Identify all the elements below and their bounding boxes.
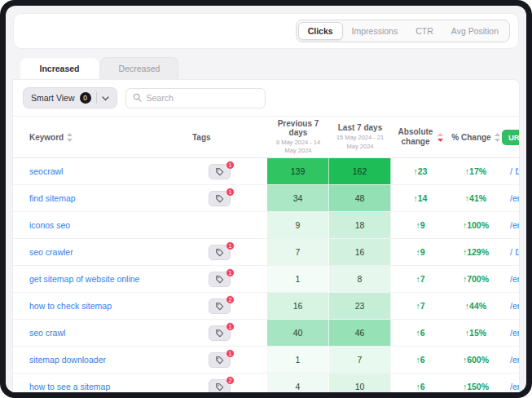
- keyword-link[interactable]: seo crawler: [13, 239, 192, 265]
- tag-pill[interactable]: 1: [209, 164, 231, 179]
- tags-cell: 1: [192, 239, 267, 265]
- search-box[interactable]: [125, 88, 266, 108]
- url-text: /en: [510, 328, 519, 338]
- tab-decreased[interactable]: Decreased: [100, 57, 178, 79]
- url-link[interactable]: /en: [502, 320, 519, 346]
- pct-change: ↑44%: [450, 293, 502, 319]
- abs-change: ↑6: [391, 320, 450, 346]
- abs-change: ↑7: [391, 293, 450, 319]
- last-cell: 48: [329, 185, 391, 211]
- prev-cell: 1: [267, 347, 329, 373]
- tab-increased[interactable]: Increased: [20, 58, 99, 79]
- metric-tab-ctr[interactable]: CTR: [407, 23, 442, 39]
- url-text: /: [510, 247, 512, 257]
- header-absolute-change[interactable]: Absolute change: [391, 127, 450, 147]
- keyword-link[interactable]: find sitemap: [13, 185, 192, 211]
- window-frame: ClicksImpressionsCTRAvg Position Increas…: [0, 0, 532, 398]
- table-row: seocrawl 1 139 162 ↑23 ↑17% /: [13, 158, 519, 185]
- header-previous-title: Previous 7 days: [267, 119, 329, 137]
- pct-change: ↑17%: [450, 158, 502, 184]
- keyword-link[interactable]: seo crawl: [13, 320, 192, 346]
- url-link[interactable]: /en: [502, 266, 519, 292]
- url-link[interactable]: /: [502, 239, 519, 265]
- header-absolute-label: Absolute change: [398, 127, 433, 147]
- topbar: ClicksImpressionsCTRAvg Position: [13, 13, 519, 49]
- header-previous-dates: 8 May 2024 - 14 May 2024: [270, 139, 327, 155]
- last-cell: 8: [329, 266, 391, 292]
- tags-cell: 1: [192, 320, 267, 346]
- keyword-link[interactable]: iconos seo: [13, 212, 192, 238]
- metric-tab-avg-position[interactable]: Avg Position: [442, 23, 508, 39]
- tag-pill[interactable]: 2: [209, 298, 231, 314]
- last-cell: 23: [329, 293, 391, 319]
- tag-pill[interactable]: 1: [209, 245, 231, 260]
- tag-badge: 1: [226, 268, 235, 277]
- keyword-link[interactable]: sitemap downloader: [13, 347, 192, 373]
- tag-icon: [215, 248, 224, 257]
- header-percent-change[interactable]: % Change: [450, 133, 502, 142]
- url-link[interactable]: /en: [502, 374, 519, 392]
- abs-change: ↑6: [391, 347, 450, 373]
- last-cell: 18: [329, 212, 391, 238]
- tag-badge: 1: [226, 241, 235, 250]
- url-link[interactable]: /en: [502, 293, 519, 319]
- last-cell: 162: [329, 158, 391, 184]
- url-link[interactable]: /em: [502, 212, 519, 238]
- tag-pill[interactable]: 1: [209, 191, 231, 206]
- keyword-link[interactable]: seocrawl: [13, 158, 192, 184]
- tag-pill[interactable]: 1: [209, 325, 231, 341]
- search-input[interactable]: [147, 93, 258, 103]
- tag-pill[interactable]: 1: [209, 272, 231, 287]
- smart-view-button[interactable]: Smart View 0: [23, 87, 117, 108]
- header-last-7-days: Last 7 days 15 May 2024 - 21 May 2024: [329, 123, 391, 150]
- url-link[interactable]: /en: [502, 347, 519, 373]
- prev-cell: 16: [267, 293, 329, 319]
- header-keyword-label: Keyword: [29, 133, 64, 142]
- keyword-link[interactable]: get sitemap of website online: [13, 266, 192, 292]
- abs-change: ↑9: [391, 212, 450, 238]
- tag-pill[interactable]: 2: [209, 379, 231, 393]
- header-last-title: Last 7 days: [338, 123, 382, 132]
- tag-badge: 2: [226, 295, 235, 304]
- table-row: seo crawler 1 7 16 ↑9 ↑129% /: [13, 239, 519, 266]
- keyword-link[interactable]: how to check sitemap: [13, 293, 192, 319]
- url-text: /en: [510, 301, 519, 311]
- tag-badge: 1: [226, 322, 235, 331]
- header-url[interactable]: URL: [502, 130, 519, 145]
- abs-change: ↑7: [391, 266, 450, 292]
- url-link[interactable]: /en: [502, 185, 519, 211]
- prev-cell: 34: [267, 185, 329, 211]
- header-tags-label: Tags: [192, 133, 211, 142]
- table-row: iconos seo 9 18 ↑9 ↑100% /em: [13, 212, 519, 239]
- header-previous-7-days: Previous 7 days 8 May 2024 - 14 May 2024: [267, 119, 329, 155]
- url-text: /em: [510, 220, 519, 230]
- pct-change: ↑100%: [450, 212, 502, 238]
- abs-change: ↑6: [391, 374, 450, 392]
- metric-tab-clicks[interactable]: Clicks: [298, 22, 343, 40]
- content-card: Smart View 0: [12, 79, 520, 392]
- page-background: ClicksImpressionsCTRAvg Position Increas…: [6, 6, 526, 392]
- metric-tab-impressions[interactable]: Impressions: [343, 23, 407, 39]
- table-row: sitemap downloader 1 1 7 ↑6 ↑600% /en: [13, 347, 519, 374]
- tags-cell: 2: [192, 293, 267, 319]
- prev-cell: 1: [267, 266, 329, 292]
- table-row: get sitemap of website online 1 1 8 ↑7 ↑…: [13, 266, 519, 293]
- pct-change: ↑700%: [450, 266, 502, 292]
- url-text: /en: [510, 382, 519, 391]
- table-row: seo crawl 1 40 46 ↑6 ↑15% /en: [13, 320, 519, 347]
- sort-active-icon[interactable]: [437, 133, 443, 142]
- url-link[interactable]: /: [502, 158, 519, 184]
- tag-pill[interactable]: 1: [209, 352, 231, 368]
- tags-cell: 2: [192, 374, 267, 392]
- prev-cell: 7: [267, 239, 329, 265]
- sort-icon[interactable]: [495, 133, 500, 142]
- divider: [96, 92, 97, 104]
- sort-icon[interactable]: [67, 133, 73, 142]
- prev-cell: 4: [267, 374, 329, 392]
- header-keyword[interactable]: Keyword: [13, 133, 192, 142]
- tag-icon: [215, 383, 224, 391]
- header-url-chip[interactable]: URL: [502, 130, 519, 145]
- keyword-link[interactable]: how to see a sitemap: [13, 374, 192, 392]
- tag-icon: [215, 356, 224, 365]
- tags-cell: 1: [192, 266, 267, 292]
